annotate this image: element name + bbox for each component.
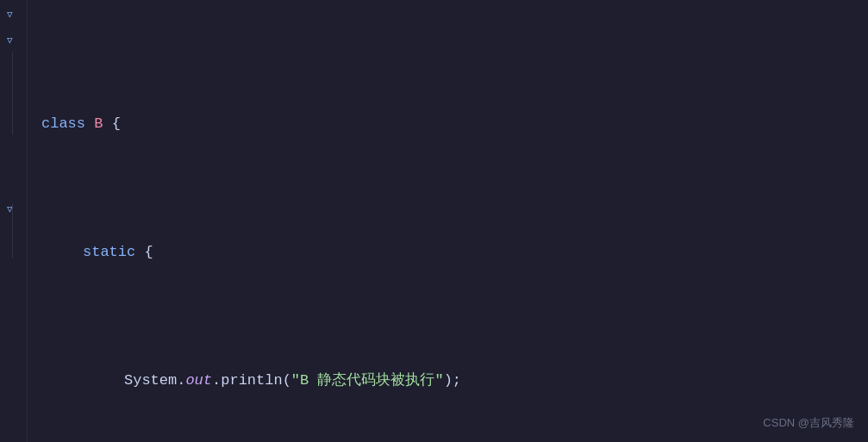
token-brace-1: { xyxy=(112,111,121,137)
code-editor: ▽ ▽ ▽ class B { static { System.out.prin… xyxy=(0,0,868,442)
token-out-1: out xyxy=(185,368,212,394)
token-class-name: B xyxy=(94,111,111,137)
line-static-block: static { xyxy=(41,240,851,265)
watermark: CSDN @吉风秀隆 xyxy=(763,414,854,433)
token-system-1: System. xyxy=(124,368,185,394)
token-semi-1: ); xyxy=(444,368,461,394)
token-string-1: "B 静态代码块被执行" xyxy=(291,368,444,394)
fold-marker-static[interactable]: ▽ xyxy=(7,34,13,46)
token-println-1: .println( xyxy=(212,368,291,394)
token-brace-2: { xyxy=(144,240,153,265)
token-class-kw: class xyxy=(41,111,94,137)
line-system-out-1: System.out.println("B 静态代码块被执行"); xyxy=(41,368,851,394)
token-static-kw: static xyxy=(83,240,144,265)
fold-marker-class[interactable]: ▽ xyxy=(7,9,13,20)
line-class: class B { xyxy=(41,111,851,137)
